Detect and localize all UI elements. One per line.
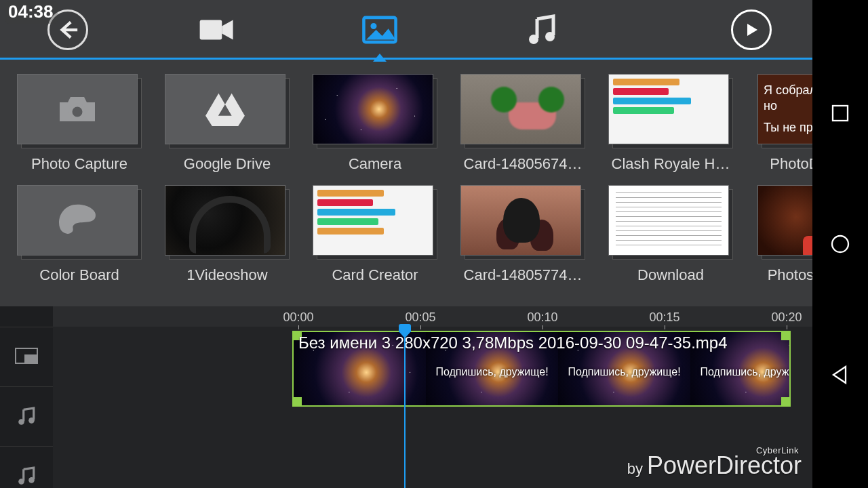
track-type-buttons [0, 306, 53, 488]
track-video-button[interactable] [0, 327, 53, 386]
library-label: PhotoD [770, 155, 812, 173]
nav-home-button[interactable] [828, 232, 852, 256]
timeline-ruler[interactable]: 00:00 00:05 00:10 00:15 00:20 [53, 306, 812, 327]
library-item-camera-folder[interactable]: Camera [311, 74, 439, 173]
watermark-app: PowerDirector [647, 451, 802, 479]
watermark-by: by [627, 460, 643, 477]
image-icon [360, 14, 399, 46]
ruler-tick: 00:10 [509, 310, 576, 325]
library-label: 1Videoshow [186, 266, 267, 284]
arrow-left-icon [56, 18, 79, 41]
svg-point-9 [28, 418, 35, 424]
library-label: Google Drive [184, 155, 271, 173]
status-time: 04:38 [5, 1, 58, 24]
thumb-text-line: Я собрал но [764, 83, 812, 115]
svg-point-4 [545, 32, 555, 41]
nav-recent-button[interactable] [828, 101, 852, 125]
svg-rect-12 [833, 106, 848, 121]
svg-point-5 [71, 105, 84, 119]
library-item-clash[interactable]: Clash Royale H… [606, 74, 735, 173]
frame-caption: Подпишись, дружище! [426, 366, 558, 378]
svg-point-8 [18, 419, 24, 425]
library-item-google-drive[interactable]: Google Drive [163, 74, 292, 173]
library-item-card1[interactable]: Card-14805674… [458, 74, 587, 173]
ruler-tick: 00:00 [264, 310, 332, 325]
watermark: CyberLink byPowerDirector [627, 445, 802, 480]
library-label: Download [637, 266, 704, 284]
ruler-tick: 00:05 [387, 310, 454, 325]
tab-music[interactable] [502, 0, 583, 60]
camera-icon [56, 91, 99, 127]
nav-back-button[interactable] [828, 363, 852, 387]
library-label: Card-14805674… [464, 155, 583, 173]
ruler-tick: 00:15 [631, 310, 698, 325]
library-label: Camera [349, 155, 401, 173]
library-label: Photosh [768, 266, 812, 284]
library-item-photosh[interactable]: Photosh [754, 185, 812, 284]
media-library: Photo Capture Google Drive Camera Card-1… [0, 62, 812, 306]
track-audio2-button[interactable] [0, 446, 53, 488]
svg-point-3 [529, 35, 538, 44]
library-item-photo-capture[interactable]: Photo Capture [15, 74, 144, 173]
frame-caption: Подпишись, дружище! [690, 366, 791, 378]
square-icon [829, 102, 851, 124]
svg-rect-0 [200, 20, 222, 40]
clip-title: Без имени 3 280x720 3,78Mbps 2016-09-30 … [298, 333, 728, 352]
library-item-card2[interactable]: Card-14805774… [458, 185, 587, 284]
triangle-left-icon [829, 364, 851, 386]
play-icon [743, 22, 760, 38]
record-badge-icon [803, 236, 812, 256]
ruler-tick: 00:20 [753, 310, 821, 325]
library-item-color-board[interactable]: Color Board [15, 185, 144, 284]
svg-point-11 [28, 477, 35, 483]
video-camera-icon [197, 14, 237, 46]
library-label: Card Creator [332, 266, 418, 284]
svg-point-2 [370, 23, 376, 29]
library-label: Clash Royale H… [612, 155, 730, 173]
svg-rect-7 [24, 354, 37, 363]
library-item-card-creator[interactable]: Card Creator [311, 185, 439, 284]
play-button[interactable] [731, 9, 772, 50]
library-item-photod[interactable]: Я собрал но Ты не пр PhotoD [754, 74, 812, 173]
library-item-download[interactable]: Download [606, 185, 735, 284]
circle-icon [829, 233, 851, 255]
pip-track-icon [15, 347, 38, 367]
svg-point-10 [18, 479, 24, 485]
top-toolbar [0, 0, 812, 60]
music-note-icon [523, 14, 562, 46]
music-note-icon [15, 466, 38, 487]
android-nav-bar [812, 0, 868, 488]
library-label: Card-14805774… [464, 266, 583, 284]
tab-video[interactable] [176, 0, 258, 60]
timeline-playhead[interactable] [404, 325, 406, 488]
library-label: Photo Capture [31, 155, 127, 173]
music-note-icon [15, 407, 38, 427]
svg-point-13 [832, 236, 848, 252]
frame-caption: Подпишись, дружище! [558, 366, 690, 378]
tab-image[interactable] [339, 0, 420, 60]
library-item-1videoshow[interactable]: 1Videoshow [163, 185, 292, 284]
library-label: Color Board [39, 266, 119, 284]
google-drive-icon [203, 91, 247, 127]
thumb-text-line: Ты не пр [764, 120, 812, 136]
palette-icon [56, 202, 99, 239]
track-audio1-button[interactable] [0, 386, 53, 446]
